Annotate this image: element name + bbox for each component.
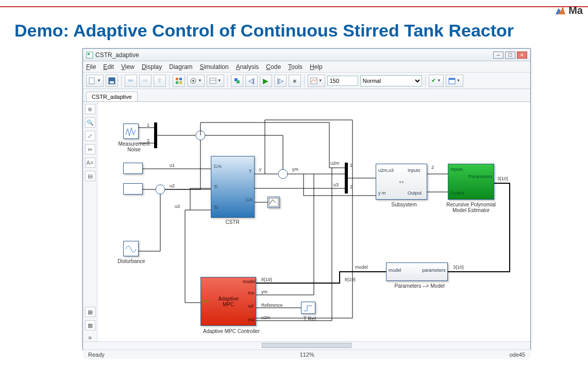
bus-out: 3{10} [497, 176, 508, 181]
menu-code[interactable]: Code [266, 63, 281, 71]
palette-annot-icon[interactable]: A≡ [85, 157, 95, 168]
palette: ⊕ 🔍 ⤢ ⇔ A≡ ▤ ▦ ▩ » [83, 102, 97, 341]
simulink-window: CSTR_adaptive ─ ☐ ✕ File Edit View Displ… [82, 48, 531, 350]
port-ampc-mv: mv [203, 299, 209, 304]
signal-u1: u1 [170, 163, 175, 168]
brand-text: Ma [568, 5, 583, 16]
menu-analysis[interactable]: Analysis [236, 63, 259, 71]
model-explorer-button[interactable]: ▼ [207, 75, 224, 87]
signal-ym: ym [292, 167, 298, 172]
build-button[interactable] [231, 75, 243, 87]
svg-rect-8 [179, 81, 182, 84]
menu-diagram[interactable]: Diagram [169, 63, 192, 71]
svg-rect-17 [449, 78, 455, 80]
close-button[interactable]: ✕ [517, 51, 527, 59]
titlebar[interactable]: CSTR_adaptive ─ ☐ ✕ [83, 49, 530, 61]
caption-estimator: Recursive Polynomial Model Estimator [438, 202, 505, 213]
svg-point-10 [192, 80, 194, 82]
signal-y: y [259, 167, 262, 172]
mux-port-1: 1 [147, 122, 149, 128]
palette-fit-icon[interactable]: ⤢ [85, 131, 95, 141]
port-sub-in2: y m [378, 190, 386, 196]
check-button[interactable]: ✔▼ [429, 75, 444, 87]
svg-rect-6 [179, 78, 182, 80]
block-const-u1[interactable] [123, 163, 143, 174]
palette-expand-icon[interactable]: » [88, 334, 92, 341]
p2m-out-label: model [355, 265, 368, 270]
block-noise[interactable] [123, 124, 139, 139]
svg-rect-7 [176, 81, 178, 84]
step-forward-button[interactable]: |▷ [274, 75, 287, 87]
caption-cstr: CSTR [217, 219, 248, 225]
new-model-button[interactable]: ▼ [86, 75, 104, 87]
caption-p2m: Parameters --> Model [386, 283, 453, 289]
signal-u2: u2 [170, 183, 175, 188]
menu-edit[interactable]: Edit [103, 63, 114, 71]
palette-image-icon[interactable]: ▤ [85, 171, 95, 181]
port-sub-out1: Inputs [408, 168, 421, 173]
menu-display[interactable]: Display [142, 63, 162, 71]
canvas[interactable]: Measurement Noise 1 2 u1 u2 Disturbance … [97, 102, 530, 341]
signal-u3: u3 [175, 204, 180, 209]
svg-point-20 [278, 169, 288, 179]
status-right: ode45 [509, 352, 525, 358]
est-intop: 2 [431, 165, 434, 170]
stop-button[interactable]: ■ [289, 75, 301, 87]
horizontal-scrollbar[interactable] [83, 341, 530, 349]
svg-rect-15 [311, 78, 317, 84]
toolbar: ▼ ⇦ ⇨ ⇧ ▼ ▼ ◁| ▶ |▷ ■ ▼ Normal ✔▼ ▼ [83, 73, 530, 89]
model-icon [86, 51, 93, 59]
mux-mid-2: 2 [350, 184, 352, 189]
back-button[interactable]: ⇦ [125, 75, 137, 87]
subsystem-arrow-icon: ↔ [398, 178, 405, 186]
palette-pan-icon[interactable]: ⇔ [85, 144, 95, 154]
status-center: 112% [105, 352, 510, 358]
sim-stop-time-input[interactable] [327, 76, 358, 86]
up-button[interactable]: ⇧ [154, 75, 166, 87]
menu-simulation[interactable]: Simulation [200, 63, 229, 71]
sim-mode-select[interactable]: Normal [360, 75, 422, 86]
p2m-in-dim: 3{10} [453, 265, 464, 270]
svg-rect-11 [210, 78, 216, 83]
tab-model[interactable]: CSTR_adaptive [86, 92, 138, 101]
ampc-inner: Adaptive MPC [219, 296, 239, 307]
port-est-in2: Output [450, 190, 464, 196]
block-scope-ca[interactable] [267, 197, 280, 208]
caption-ampc: Adaptive MPC Controller [195, 328, 267, 334]
port-sub-in1: u2m,u3 [378, 168, 394, 173]
tabstrip: CSTR_adaptive [83, 89, 530, 101]
menu-view[interactable]: View [121, 63, 135, 71]
palette-add-icon[interactable]: ⊕ [85, 104, 95, 114]
caption-disturbance: Disturbance [116, 258, 147, 264]
palette-zoom-icon[interactable]: 🔍 [85, 117, 95, 128]
schedule-button[interactable]: ▼ [446, 75, 463, 87]
menu-file[interactable]: File [86, 63, 96, 71]
block-tref[interactable] [301, 302, 315, 314]
svg-rect-18 [154, 122, 157, 148]
status-bar: Ready 112% ode45 [83, 349, 530, 359]
port-est-out: Parameters [468, 174, 493, 179]
maximize-button[interactable]: ☐ [505, 51, 515, 59]
palette-b1-icon[interactable]: ▦ [85, 307, 95, 317]
port-cstr-cai: CAi [214, 164, 222, 169]
signal-u3b: u3 [333, 182, 339, 187]
menu-help[interactable]: Help [310, 63, 323, 71]
block-const-u2[interactable] [123, 183, 143, 195]
forward-button[interactable]: ⇨ [139, 75, 152, 87]
run-button[interactable]: ▶ [260, 75, 272, 87]
save-button[interactable] [106, 75, 118, 87]
step-back-button[interactable]: ◁| [245, 75, 258, 87]
block-disturbance[interactable] [123, 241, 139, 256]
palette-b2-icon[interactable]: ▩ [85, 320, 95, 330]
scope-button[interactable]: ▼ [308, 75, 325, 87]
signal-u2m: u2m [330, 161, 340, 166]
menu-tools[interactable]: Tools [288, 63, 303, 71]
minimize-button[interactable]: ─ [493, 51, 503, 59]
sig-u2m2: u2m [261, 315, 271, 320]
svg-rect-22 [345, 163, 348, 194]
config-button[interactable]: ▼ [187, 75, 205, 87]
svg-rect-1 [88, 53, 90, 55]
port-ampc-md: md [248, 317, 255, 322]
library-button[interactable] [173, 75, 185, 87]
caption-subsystem: Subsystem [386, 202, 422, 207]
